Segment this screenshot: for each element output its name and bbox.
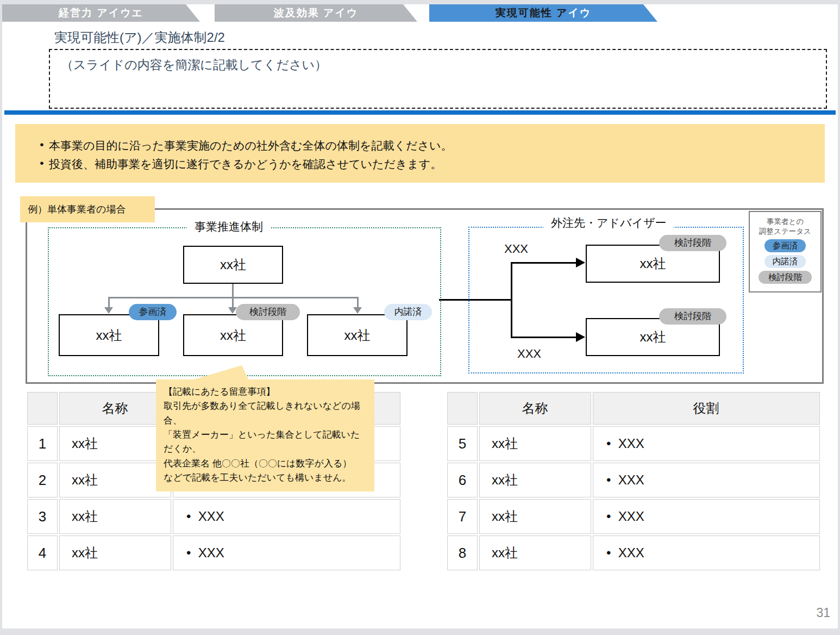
summary-placeholder-text: （スライドの内容を簡潔に記載してください） bbox=[61, 57, 327, 73]
row-name: xx社 bbox=[59, 536, 171, 570]
legend-title-line1: 事業者との bbox=[750, 217, 820, 227]
table-row: 5 xx社 • XXX bbox=[447, 426, 820, 461]
row-no: 4 bbox=[27, 536, 58, 570]
row-no: 7 bbox=[447, 499, 478, 534]
status-badge-considering: 検討段階 bbox=[236, 304, 300, 320]
relation-label-top: XXX bbox=[504, 242, 528, 256]
row-name: xx社 bbox=[479, 426, 591, 461]
row-role: • XXX bbox=[593, 499, 820, 534]
row-name: xx社 bbox=[479, 536, 591, 570]
legend-badge-informal: 内諾済 bbox=[764, 255, 806, 268]
row-role: • XXX bbox=[173, 536, 400, 570]
callout-line: 代表企業名 他〇〇社（〇〇には数字が入る） bbox=[164, 457, 367, 471]
row-role: • XXX bbox=[173, 499, 400, 534]
row-name: xx社 bbox=[59, 463, 171, 497]
instruction-box: • 本事業の目的に沿った事業実施のための社外含む全体の体制を記載ください。 • … bbox=[15, 124, 825, 183]
table-row: 8 xx社 • XXX bbox=[447, 536, 820, 570]
row-name: xx社 bbox=[59, 426, 171, 461]
row-role: • XXX bbox=[593, 536, 820, 570]
row-role: • XXX bbox=[593, 426, 820, 461]
row-no: 2 bbox=[27, 463, 58, 497]
row-role: • XXX bbox=[593, 463, 820, 497]
connector-line bbox=[232, 297, 234, 308]
tab-hakyukoka[interactable]: 波及効果 アイウ bbox=[215, 4, 417, 22]
company-box-child: xx社 bbox=[307, 314, 408, 356]
legend-title-line2: 調整ステータス bbox=[750, 227, 820, 236]
summary-placeholder-box[interactable]: （スライドの内容を簡潔に記載してください） bbox=[49, 49, 827, 109]
slide-right-margin bbox=[838, 0, 840, 635]
instruction-text: 本事業の目的に沿った事業実施のための社外含む全体の体制を記載ください。 bbox=[49, 138, 452, 153]
callout-line: 【記載にあたる留意事項】 bbox=[164, 385, 367, 399]
tab-label-light: イウ bbox=[568, 7, 591, 18]
status-legend: 事業者との 調整ステータス 参画済 内諾済 検討段階 bbox=[749, 211, 822, 292]
row-no: 6 bbox=[447, 463, 478, 497]
note-callout: 【記載にあたる留意事項】 取引先が多数あり全て記載しきれないなどの場合、 「装置… bbox=[156, 379, 374, 491]
company-box-child: xx社 bbox=[183, 314, 283, 356]
connector-line bbox=[357, 297, 359, 308]
connector-line bbox=[108, 297, 110, 308]
blue-divider bbox=[4, 110, 836, 115]
outsourcing-title: 外注先・アドバイザー bbox=[543, 215, 674, 231]
table-row: 3 xx社 • XXX bbox=[27, 499, 400, 534]
slide: 経営力 アイウエ 波及効果 アイウ 実現可能性 アイウ 実現可能性(ア)／実施体… bbox=[0, 0, 840, 635]
header-role: 役割 bbox=[593, 392, 820, 425]
connector-line bbox=[232, 284, 234, 298]
status-badge-considering: 検討段階 bbox=[659, 308, 726, 325]
arrow-down-icon bbox=[353, 307, 362, 314]
status-badge-informal: 内諾済 bbox=[384, 304, 432, 320]
slide-left-margin bbox=[0, 0, 2, 635]
legend-title: 事業者との 調整ステータス bbox=[750, 217, 820, 236]
bullet-icon: • bbox=[35, 138, 49, 153]
tab-jitsugenkanosei[interactable]: 実現可能性 アイウ bbox=[429, 4, 657, 22]
relation-label-bottom: XXX bbox=[517, 347, 541, 361]
bullet-icon: • bbox=[35, 157, 49, 172]
example-label: 例）単体事業者の場合 bbox=[20, 196, 155, 222]
legend-badge-joined: 参画済 bbox=[764, 239, 806, 252]
table-header-row: 名称 役割 bbox=[447, 392, 820, 425]
row-name: xx社 bbox=[479, 499, 591, 534]
table-row: 6 xx社 • XXX bbox=[447, 463, 820, 497]
callout-line: 「装置メーカー」といった集合として記載いただくか、 bbox=[164, 428, 367, 457]
page-number: 31 bbox=[803, 606, 830, 620]
header-name: 名称 bbox=[59, 392, 171, 425]
callout-line: 取引先が多数あり全て記載しきれないなどの場合、 bbox=[164, 399, 367, 428]
arrow-down-icon bbox=[104, 307, 113, 314]
tab-label-dark: 実現可能性 ア bbox=[496, 7, 568, 18]
header-no bbox=[447, 392, 478, 425]
row-no: 8 bbox=[447, 536, 478, 570]
row-name: xx社 bbox=[59, 499, 171, 534]
table-row: 4 xx社 • XXX bbox=[27, 536, 400, 570]
row-no: 3 bbox=[27, 499, 58, 534]
promotion-structure-title: 事業推進体制 bbox=[187, 219, 271, 234]
table-row: 7 xx社 • XXX bbox=[447, 499, 820, 534]
tab-keieiryoku[interactable]: 経営力 アイウエ bbox=[2, 4, 200, 22]
company-box-root: xx社 bbox=[183, 246, 283, 284]
status-badge-joined: 参画済 bbox=[129, 304, 177, 320]
legend-badge-considering: 検討段階 bbox=[758, 271, 812, 284]
instruction-text: 投資後、補助事業を適切に遂行できるかどうかを確認させていただきます。 bbox=[49, 157, 442, 172]
page-title: 実現可能性(ア)／実施体制2/2 bbox=[54, 29, 225, 46]
header-name: 名称 bbox=[479, 392, 591, 425]
row-no: 5 bbox=[447, 426, 478, 461]
instruction-bullet: • 本事業の目的に沿った事業実施のための社外含む全体の体制を記載ください。 bbox=[35, 138, 452, 153]
row-name: xx社 bbox=[479, 463, 591, 497]
member-table-right: 名称 役割 5 xx社 • XXX 6 xx社 • XXX 7 xx社 • XX… bbox=[446, 390, 822, 572]
slide-bottom-margin bbox=[0, 628, 840, 635]
status-badge-considering: 検討段階 bbox=[659, 235, 726, 251]
row-no: 1 bbox=[27, 426, 58, 461]
instruction-bullet: • 投資後、補助事業を適切に遂行できるかどうかを確認させていただきます。 bbox=[35, 157, 442, 172]
header-no bbox=[27, 392, 58, 425]
callout-line: などで記載を工夫いただいても構いません。 bbox=[164, 471, 367, 485]
slide-top-margin bbox=[0, 0, 840, 4]
company-box-child: xx社 bbox=[59, 314, 159, 356]
